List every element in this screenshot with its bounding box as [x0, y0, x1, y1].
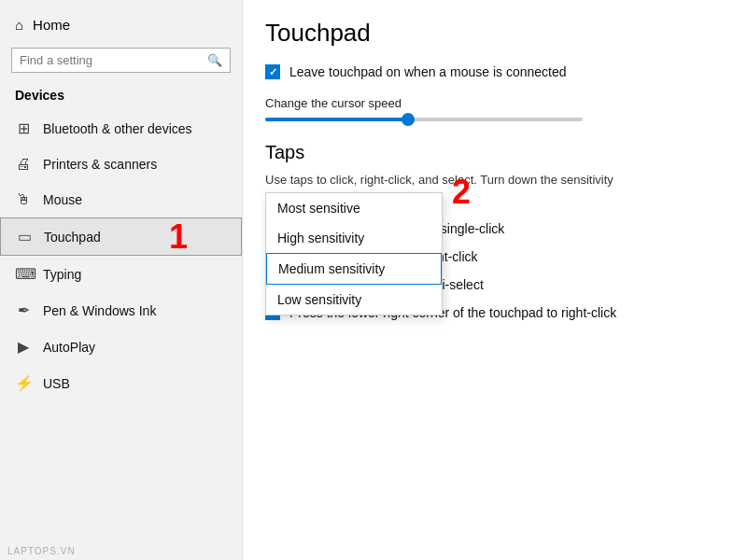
bluetooth-icon: ⊞	[15, 119, 32, 137]
option-most-sensitive[interactable]: Most sensitive	[266, 193, 442, 223]
sidebar-item-pen[interactable]: ✒ Pen & Windows Ink	[0, 292, 242, 329]
sidebar-item-label: Bluetooth & other devices	[43, 121, 192, 136]
typing-icon: ⌨	[15, 265, 32, 283]
watermark: LAPTOPS.VN	[7, 546, 76, 556]
cursor-speed-container: Change the cursor speed	[265, 96, 725, 121]
sensitivity-dropdown-menu[interactable]: Most sensitive High sensitivity Medium s…	[265, 192, 443, 315]
sidebar-item-label: Touchpad	[44, 230, 101, 245]
leave-touchpad-label: Leave touchpad on when a mouse is connec…	[289, 64, 567, 79]
search-icon: 🔍	[207, 53, 222, 67]
sidebar-item-usb[interactable]: ⚡ USB	[0, 365, 242, 401]
slider-fill	[265, 118, 408, 121]
annotation-1: 1	[169, 217, 188, 257]
sidebar-item-label: Pen & Windows Ink	[43, 303, 156, 318]
sidebar-home-button[interactable]: ⌂ Home	[0, 7, 242, 42]
sidebar-item-label: Printers & scanners	[43, 157, 157, 172]
sidebar-item-label: AutoPlay	[43, 340, 95, 355]
cursor-speed-slider-track[interactable]	[265, 118, 583, 121]
option-high-sensitivity[interactable]: High sensitivity	[266, 223, 442, 253]
sidebar-item-mouse[interactable]: 🖱 Mouse	[0, 182, 242, 217]
taps-description: Use taps to click, right-click, and sele…	[265, 173, 725, 187]
search-box[interactable]: 🔍	[11, 48, 231, 73]
home-icon: ⌂	[15, 17, 23, 33]
sidebar-item-typing[interactable]: ⌨ Typing	[0, 256, 242, 292]
search-input[interactable]	[20, 53, 202, 67]
sidebar-item-label: Mouse	[43, 192, 82, 207]
usb-icon: ⚡	[15, 374, 32, 392]
sidebar: ⌂ Home 🔍 Devices ⊞ Bluetooth & other dev…	[0, 0, 243, 560]
touchpad-icon: ▭	[16, 228, 33, 245]
sidebar-section-label: Devices	[0, 82, 242, 110]
sidebar-item-label: USB	[43, 376, 70, 391]
leave-touchpad-checkbox[interactable]	[265, 64, 280, 79]
mouse-icon: 🖱	[15, 191, 32, 208]
page-title: Touchpad	[265, 19, 725, 48]
option-medium-sensitivity[interactable]: Medium sensitivity	[266, 253, 442, 285]
slider-thumb[interactable]	[402, 113, 415, 126]
sidebar-item-autoplay[interactable]: ▶ AutoPlay	[0, 329, 242, 365]
taps-section-title: Taps	[265, 142, 725, 163]
main-content: Touchpad Leave touchpad on when a mouse …	[243, 0, 747, 560]
option-low-sensitivity[interactable]: Low sensitivity	[266, 285, 442, 315]
home-label: Home	[33, 17, 70, 33]
sidebar-item-label: Typing	[43, 267, 81, 282]
sidebar-item-bluetooth[interactable]: ⊞ Bluetooth & other devices	[0, 110, 242, 147]
leave-touchpad-row: Leave touchpad on when a mouse is connec…	[265, 64, 725, 79]
sidebar-item-touchpad[interactable]: ▭ Touchpad 1	[0, 217, 242, 256]
cursor-speed-label: Change the cursor speed	[265, 96, 725, 110]
pen-icon: ✒	[15, 301, 32, 319]
sidebar-item-printers[interactable]: 🖨 Printers & scanners	[0, 147, 242, 182]
autoplay-icon: ▶	[15, 338, 32, 356]
printer-icon: 🖨	[15, 156, 32, 173]
